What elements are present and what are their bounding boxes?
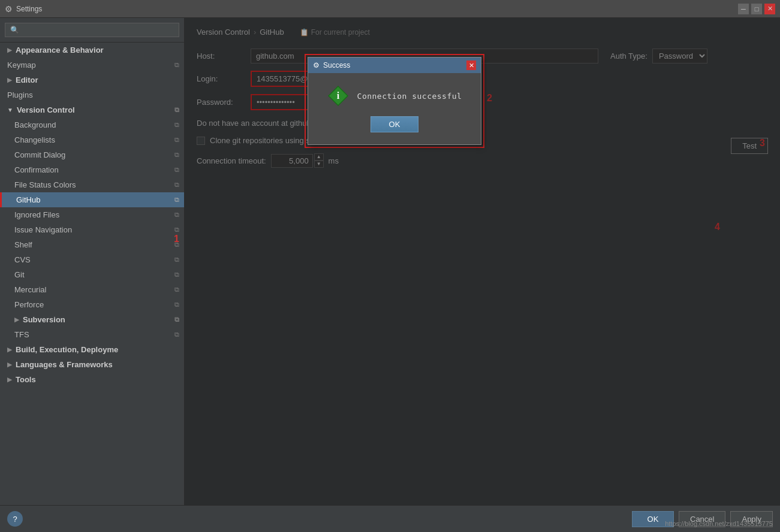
copy-icon-vc: ⧉	[174, 106, 179, 114]
sidebar-label-commit-dialog: Commit Dialog	[14, 150, 65, 159]
sidebar-label-languages: Languages & Frameworks	[16, 360, 113, 369]
copy-icon-confirmation: ⧉	[174, 166, 179, 174]
bottom-bar: ? OK Cancel Apply https://blog.csdn.net/…	[0, 505, 780, 532]
svg-text:i: i	[336, 90, 339, 101]
minimize-button[interactable]: ─	[738, 4, 749, 14]
copy-icon-keymap: ⧉	[174, 61, 179, 69]
sidebar-item-version-control[interactable]: ▼ Version Control ⧉	[0, 102, 184, 117]
sidebar-item-tfs[interactable]: TFS ⧉	[0, 327, 184, 342]
copy-icon-background: ⧉	[174, 121, 179, 129]
sidebar-label-issue-nav: Issue Navigation	[14, 225, 72, 234]
modal-ok-button[interactable]: OK	[371, 116, 419, 132]
titlebar-title: Settings	[16, 5, 42, 13]
content-area: Version Control › GitHub 📋 For current p…	[185, 18, 780, 505]
sidebar-item-shelf[interactable]: Shelf ⧉	[0, 237, 184, 252]
copy-icon-git: ⧉	[174, 271, 179, 279]
modal-title-row: ⚙ Success	[313, 61, 350, 69]
sidebar-label-ignored: Ignored Files	[14, 210, 59, 219]
sidebar-label-tools: Tools	[16, 375, 36, 384]
info-icon: i	[327, 85, 349, 107]
modal-app-icon: ⚙	[313, 61, 320, 69]
copy-icon-commit-dialog: ⧉	[174, 151, 179, 159]
sidebar-item-appearance[interactable]: ▶ Appearance & Behavior	[0, 43, 184, 58]
sidebar-label-subversion: Subversion	[23, 315, 65, 324]
sidebar-label-appearance: Appearance & Behavior	[16, 46, 104, 55]
sidebar-section: ▶ Appearance & Behavior Keymap ⧉ ▶ Edito…	[0, 43, 184, 387]
sidebar-item-languages[interactable]: ▶ Languages & Frameworks	[0, 357, 184, 372]
copy-icon-tfs: ⧉	[174, 331, 179, 338]
sidebar-label-background: Background	[14, 120, 56, 129]
titlebar-controls: ─ □ ✕	[738, 4, 775, 14]
sidebar: ▶ Appearance & Behavior Keymap ⧉ ▶ Edito…	[0, 18, 185, 505]
sidebar-label-vc: Version Control	[17, 105, 75, 114]
search-box	[0, 18, 184, 43]
sidebar-label-keymap: Keymap	[7, 61, 36, 69]
copy-icon-perforce: ⧉	[174, 301, 179, 309]
modal-border: ⚙ Success ✕ i Connection successfu	[305, 54, 484, 148]
modal-close-button[interactable]: ✕	[466, 61, 476, 70]
sidebar-label-changelists: Changelists	[14, 135, 55, 144]
arrow-icon: ▶	[7, 47, 12, 53]
sidebar-item-git[interactable]: Git ⧉	[0, 267, 184, 282]
sidebar-item-issue-nav[interactable]: Issue Navigation ⧉	[0, 222, 184, 237]
sidebar-label-build: Build, Execution, Deployme	[16, 345, 118, 354]
app-icon: ⚙	[5, 4, 13, 14]
help-button[interactable]: ?	[7, 511, 23, 527]
modal-body: i Connection successful OK	[308, 73, 481, 144]
titlebar: ⚙ Settings ─ □ ✕	[0, 0, 780, 18]
sidebar-label-git: Git	[14, 270, 25, 279]
sidebar-label-tfs: TFS	[14, 330, 29, 339]
success-modal: ⚙ Success ✕ i Connection successfu	[308, 57, 481, 145]
copy-icon-changelists: ⧉	[174, 136, 179, 144]
sidebar-item-background[interactable]: Background ⧉	[0, 117, 184, 132]
sidebar-item-plugins[interactable]: Plugins	[0, 87, 184, 102]
sidebar-label-confirmation: Confirmation	[14, 165, 59, 174]
sidebar-item-mercurial[interactable]: Mercurial ⧉	[0, 282, 184, 297]
titlebar-left: ⚙ Settings	[5, 4, 42, 14]
sidebar-item-github[interactable]: GitHub ⧉	[0, 192, 184, 207]
modal-titlebar: ⚙ Success ✕	[308, 58, 481, 73]
sidebar-item-build[interactable]: ▶ Build, Execution, Deployme	[0, 342, 184, 357]
copy-icon-issue-nav: ⧉	[174, 226, 179, 234]
sidebar-item-changelists[interactable]: Changelists ⧉	[0, 132, 184, 147]
close-button[interactable]: ✕	[764, 4, 775, 14]
modal-overlay: ⚙ Success ✕ i Connection successfu	[185, 18, 780, 505]
sidebar-label-github: GitHub	[16, 195, 40, 204]
arrow-icon-editor: ▶	[7, 77, 12, 83]
sidebar-item-tools[interactable]: ▶ Tools	[0, 372, 184, 387]
bottom-left: ?	[7, 511, 23, 527]
copy-icon-cvs: ⧉	[174, 256, 179, 264]
arrow-icon-tools: ▶	[7, 376, 12, 383]
copy-icon-subversion: ⧉	[174, 316, 179, 324]
copy-icon-ignored: ⧉	[174, 211, 179, 219]
sidebar-label-cvs: CVS	[14, 255, 31, 264]
sidebar-item-editor[interactable]: ▶ Editor	[0, 72, 184, 87]
bottom-url: https://blog.csdn.net/zxd1435513775	[665, 520, 773, 527]
sidebar-label-editor: Editor	[16, 75, 38, 84]
sidebar-item-confirmation[interactable]: Confirmation ⧉	[0, 162, 184, 177]
sidebar-item-subversion[interactable]: ▶ Subversion ⧉	[0, 312, 184, 327]
sidebar-label-perforce: Perforce	[14, 300, 44, 309]
sidebar-item-file-status[interactable]: File Status Colors ⧉	[0, 177, 184, 192]
copy-icon-file-status: ⧉	[174, 181, 179, 189]
arrow-icon-vc: ▼	[7, 107, 13, 113]
maximize-button[interactable]: □	[751, 4, 762, 14]
modal-message-row: i Connection successful	[327, 85, 462, 107]
sidebar-label-plugins: Plugins	[7, 90, 33, 99]
sidebar-label-shelf: Shelf	[14, 240, 32, 249]
modal-message-text: Connection successful	[357, 92, 462, 101]
copy-icon-mercurial: ⧉	[174, 286, 179, 294]
sidebar-item-perforce[interactable]: Perforce ⧉	[0, 297, 184, 312]
sidebar-item-keymap[interactable]: Keymap ⧉	[0, 58, 184, 72]
modal-title-text: Success	[323, 61, 350, 69]
search-input[interactable]	[5, 23, 179, 37]
sidebar-label-mercurial: Mercurial	[14, 285, 46, 294]
arrow-icon-svn: ▶	[14, 316, 19, 323]
sidebar-label-file-status: File Status Colors	[14, 180, 76, 189]
sidebar-item-ignored[interactable]: Ignored Files ⧉	[0, 207, 184, 222]
arrow-icon-lang: ▶	[7, 361, 12, 368]
copy-icon-shelf: ⧉	[174, 241, 179, 249]
sidebar-item-cvs[interactable]: CVS ⧉	[0, 252, 184, 267]
sidebar-item-commit-dialog[interactable]: Commit Dialog ⧉	[0, 147, 184, 162]
main-container: ▶ Appearance & Behavior Keymap ⧉ ▶ Edito…	[0, 18, 780, 505]
